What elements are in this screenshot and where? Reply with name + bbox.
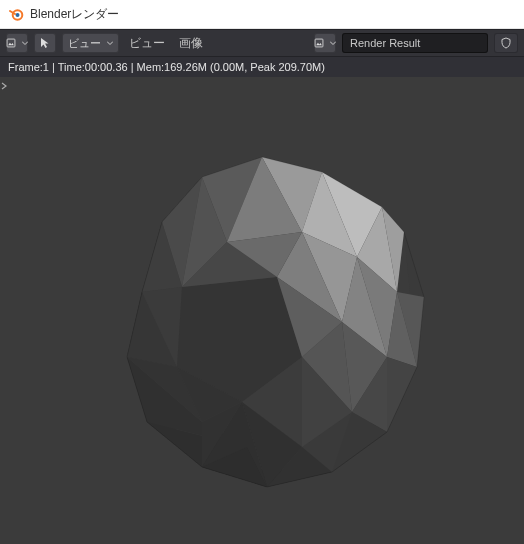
rendered-image [52, 102, 472, 522]
render-viewport[interactable] [0, 77, 524, 544]
svg-point-1 [16, 13, 20, 17]
render-slot-select[interactable]: Render Result [342, 33, 488, 53]
image-icon [314, 36, 324, 50]
chevron-down-icon [330, 40, 336, 46]
status-bar: Frame:1 | Time:00:00.36 | Mem:169.26M (0… [0, 57, 524, 77]
render-slot-label: Render Result [350, 37, 420, 49]
view-mode-dropdown[interactable]: ビュー [62, 33, 119, 53]
chevron-down-icon [107, 40, 113, 46]
chevron-right-icon [1, 82, 7, 90]
shield-icon [500, 37, 512, 49]
svg-marker-41 [387, 357, 417, 432]
blender-logo-icon [8, 6, 24, 22]
chevron-down-icon [22, 40, 28, 46]
side-panel-toggle[interactable] [0, 79, 8, 93]
image-datablock-button[interactable] [314, 33, 336, 53]
toolbar: ビュー ビュー 画像 Render Result [0, 29, 524, 57]
window-titlebar: Blenderレンダー [0, 0, 524, 29]
svg-rect-3 [315, 39, 323, 47]
editor-type-button[interactable] [6, 33, 28, 53]
view-mode-label: ビュー [68, 36, 101, 51]
uv-select-mode-button[interactable] [34, 33, 56, 53]
menu-image[interactable]: 画像 [175, 35, 207, 52]
status-text: Frame:1 | Time:00:00.36 | Mem:169.26M (0… [8, 61, 325, 73]
image-editor-icon [6, 36, 16, 50]
menu-view[interactable]: ビュー [125, 35, 169, 52]
cursor-icon [38, 36, 52, 50]
svg-rect-2 [7, 39, 15, 47]
window-title: Blenderレンダー [30, 6, 119, 23]
fake-user-button[interactable] [494, 33, 518, 53]
